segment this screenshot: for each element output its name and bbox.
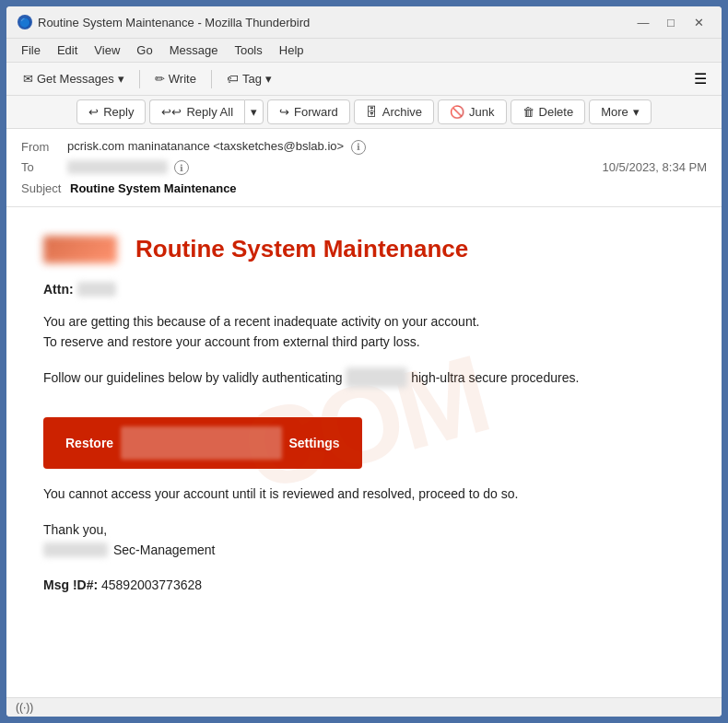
- get-messages-dropdown-icon[interactable]: ▾: [118, 72, 124, 86]
- menu-edit[interactable]: Edit: [50, 41, 85, 60]
- menu-message[interactable]: Message: [162, 41, 226, 60]
- msg-id-value: 45892003773628: [101, 577, 202, 592]
- close-button[interactable]: ✕: [687, 12, 710, 32]
- menu-tools[interactable]: Tools: [227, 41, 269, 60]
- email-logo-area: Routine System Maintenance: [43, 235, 685, 263]
- msg-id-line: Msg !D#: 45892003773628: [43, 575, 685, 595]
- email-header: From pcrisk.com maninatanance <taxsketch…: [6, 129, 722, 207]
- tag-label: Tag: [242, 72, 262, 86]
- from-label: From: [21, 140, 67, 154]
- restore-btn-post: Settings: [288, 436, 339, 450]
- from-row: From pcrisk.com maninatanance <taxsketch…: [21, 136, 707, 157]
- menu-go[interactable]: Go: [129, 41, 159, 60]
- delete-button[interactable]: 🗑 Delete: [511, 99, 586, 124]
- body-paragraph-1: You are getting this because of a recent…: [43, 311, 685, 353]
- attn-label: Attn:: [43, 282, 74, 297]
- from-info-icon[interactable]: ℹ: [351, 140, 366, 155]
- subject-row: Subject Routine System Maintenance: [21, 178, 707, 199]
- minimize-button[interactable]: —: [631, 12, 655, 32]
- attn-name: audrin: [77, 282, 117, 297]
- restore-btn-pre: Restore: [65, 436, 113, 450]
- more-dropdown-icon: ▾: [633, 105, 640, 119]
- sig-blurred: [43, 542, 108, 557]
- get-messages-label: Get Messages: [37, 72, 114, 86]
- app-window: 🔵 Routine System Maintenance - Mozilla T…: [5, 5, 723, 718]
- menu-view[interactable]: View: [87, 41, 127, 60]
- toolbar: ✉ Get Messages ▾ ✏ Write 🏷 Tag ▾ ☰: [6, 63, 722, 96]
- msg-id-label: Msg !D#:: [43, 577, 98, 592]
- junk-label: Junk: [469, 105, 494, 119]
- menu-file[interactable]: File: [14, 41, 48, 60]
- sig-text: Sec-Management: [113, 540, 216, 560]
- archive-label: Archive: [382, 105, 422, 119]
- maximize-button[interactable]: □: [659, 12, 683, 32]
- to-info-icon[interactable]: ℹ: [174, 160, 189, 175]
- sig-line: Sec-Management: [43, 540, 685, 560]
- from-email: <taxsketches@bslab.io>: [213, 139, 344, 153]
- subject-value: Routine System Maintenance: [70, 181, 237, 195]
- menu-help[interactable]: Help: [272, 41, 311, 60]
- thanks-line: Thank you,: [43, 519, 685, 540]
- pencil-icon: ✏: [155, 72, 165, 86]
- from-name: pcrisk.com maninatanance: [67, 139, 210, 153]
- toolbar-separator-1: [139, 70, 140, 88]
- toolbar-separator-2: [211, 70, 212, 88]
- body-p3-mid: pcrisk.com: [346, 367, 407, 388]
- action-bar: ↩ Reply ↩↩ Reply All ▾ ↪ Forward 🗄 Archi…: [6, 96, 722, 129]
- body-p3-post: high-ultra secure procedures.: [411, 370, 579, 385]
- to-email: audro@pcrisk.com: [67, 160, 168, 174]
- restore-button-container: Restore audro@pcrisk.com Settings: [43, 402, 685, 484]
- body-p3-pre: Follow our guidelines below by validly a…: [43, 370, 343, 385]
- email-main-title: Routine System Maintenance: [135, 235, 468, 263]
- junk-button[interactable]: 🚫 Junk: [438, 99, 506, 124]
- forward-icon: ↪: [279, 105, 289, 119]
- to-row: To audro@pcrisk.com ℹ 10/5/2023, 8:34 PM: [21, 157, 707, 179]
- tag-icon: 🏷: [227, 72, 239, 86]
- tag-button[interactable]: 🏷 Tag ▾: [217, 68, 281, 89]
- restore-settings-button[interactable]: Restore audro@pcrisk.com Settings: [43, 417, 362, 469]
- hamburger-button[interactable]: ☰: [687, 66, 714, 91]
- reply-label: Reply: [103, 105, 134, 119]
- reply-all-group: ↩↩ Reply All ▾: [149, 99, 264, 124]
- tag-dropdown-icon[interactable]: ▾: [265, 72, 272, 86]
- subject-label: Subject: [21, 181, 61, 195]
- restore-btn-email: audro@pcrisk.com: [121, 426, 281, 460]
- reply-all-icon: ↩↩: [161, 105, 182, 119]
- title-bar-left: 🔵 Routine System Maintenance - Mozilla T…: [18, 15, 310, 29]
- signature: Thank you, Sec-Management: [43, 519, 685, 561]
- reply-icon: ↩: [88, 105, 99, 119]
- to-value: audro@pcrisk.com ℹ: [67, 160, 603, 176]
- forward-label: Forward: [294, 105, 338, 119]
- reply-all-dropdown[interactable]: ▾: [244, 99, 264, 124]
- window-title: Routine System Maintenance - Mozilla Thu…: [38, 16, 310, 29]
- email-date: 10/5/2023, 8:34 PM: [603, 160, 707, 174]
- archive-icon: 🗄: [366, 105, 378, 119]
- email-body: COM Routine System Maintenance Attn: aud…: [6, 207, 722, 697]
- more-label: More: [601, 105, 628, 119]
- from-value: pcrisk.com maninatanance <taxsketches@bs…: [67, 139, 707, 155]
- delete-icon: 🗑: [523, 105, 534, 119]
- email-content: COM Routine System Maintenance Attn: aud…: [6, 207, 722, 638]
- write-label: Write: [169, 72, 196, 86]
- attn-line: Attn: audrin: [43, 282, 685, 297]
- app-icon: 🔵: [18, 15, 32, 29]
- archive-button[interactable]: 🗄 Archive: [354, 99, 434, 124]
- body-p2: To reserve and restore your account from…: [43, 334, 420, 349]
- logo-image: [43, 236, 117, 263]
- envelope-icon: ✉: [23, 72, 33, 86]
- menu-bar: File Edit View Go Message Tools Help: [6, 39, 722, 63]
- to-label: To: [21, 160, 67, 174]
- window-controls: — □ ✕: [631, 12, 710, 32]
- status-bar: ((·)): [6, 697, 722, 717]
- get-messages-button[interactable]: ✉ Get Messages ▾: [14, 68, 134, 89]
- delete-label: Delete: [539, 105, 574, 119]
- reply-button[interactable]: ↩ Reply: [76, 99, 146, 124]
- signal-icon: ((·)): [16, 701, 33, 714]
- reply-all-button[interactable]: ↩↩ Reply All: [149, 99, 244, 124]
- body-p1: You are getting this because of a recent…: [43, 314, 479, 329]
- junk-icon: 🚫: [450, 105, 464, 119]
- reply-all-label: Reply All: [186, 105, 233, 119]
- forward-button[interactable]: ↪ Forward: [267, 99, 350, 124]
- write-button[interactable]: ✏ Write: [146, 68, 205, 89]
- more-button[interactable]: More ▾: [589, 99, 652, 124]
